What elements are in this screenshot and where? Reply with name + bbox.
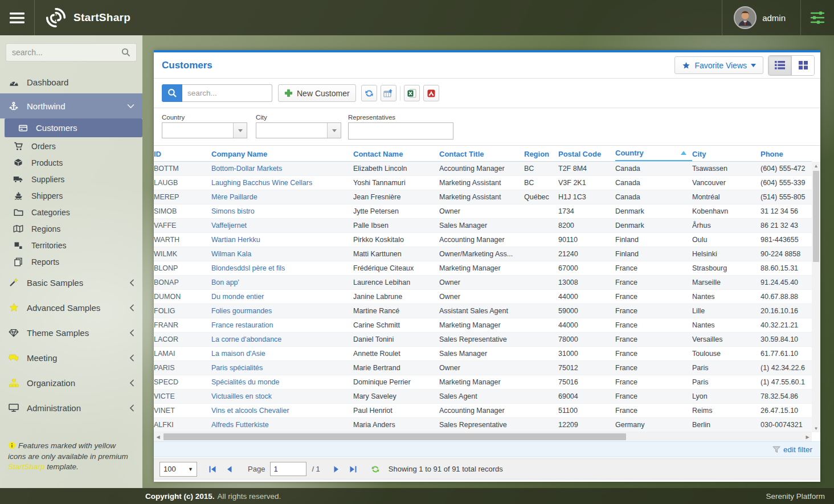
table-row[interactable]: BONAPBon app'Laurence LebihanOwner13008F… xyxy=(154,276,812,290)
representatives-input[interactable] xyxy=(348,122,453,140)
scroll-down-icon[interactable]: ▼ xyxy=(812,424,820,432)
export-excel-button[interactable] xyxy=(404,85,420,101)
edit-filter-link[interactable]: edit filter xyxy=(783,445,812,454)
refresh-button[interactable] xyxy=(361,85,377,101)
grid-header-company-name[interactable]: Company Name xyxy=(211,146,353,162)
sidebar-item-categories[interactable]: Categories xyxy=(0,204,142,220)
previous-page-icon[interactable] xyxy=(223,466,235,473)
company-link[interactable]: Simons bistro xyxy=(211,207,255,215)
grid-header-postal-code[interactable]: Postal Code xyxy=(558,146,615,162)
hamburger-menu-icon[interactable] xyxy=(0,0,34,35)
grid-view-button[interactable] xyxy=(791,56,814,75)
table-row[interactable]: WILMKWilman KalaMatti KarttunenOwner/Mar… xyxy=(154,247,812,261)
table-row[interactable]: FRANRFrance restaurationCarine SchmittMa… xyxy=(154,318,812,333)
company-link[interactable]: La maison d'Asie xyxy=(211,350,265,358)
sidebar-item-regions[interactable]: Regions xyxy=(0,220,142,237)
sidebar-item-customers[interactable]: Customers xyxy=(5,118,142,137)
table-row[interactable]: LACORLa corne d'abondanceDaniel ToniniSa… xyxy=(154,333,812,347)
table-row[interactable]: DUMONDu monde entierJanine LabruneOwner4… xyxy=(154,290,812,304)
export-pdf-button[interactable] xyxy=(423,85,439,101)
table-row[interactable]: SPECDSpécialités du mondeDominique Perri… xyxy=(154,375,812,390)
sidebar-item-territories[interactable]: Territories xyxy=(0,237,142,253)
company-link[interactable]: Blondesddsl père et fils xyxy=(211,264,285,272)
company-link[interactable]: Laughing Bacchus Wine Cellars xyxy=(211,179,312,187)
sidebar-item-suppliers[interactable]: Suppliers xyxy=(0,171,142,187)
sidebar-item-reports[interactable]: Reports xyxy=(0,253,142,270)
company-link[interactable]: Bon app' xyxy=(211,278,239,286)
company-link[interactable]: Alfreds Futterkiste xyxy=(211,421,269,429)
page-size-select[interactable]: 100 ▼ xyxy=(160,462,197,477)
grid-search-input[interactable] xyxy=(182,84,272,102)
table-row[interactable]: SIMOBSimons bistroJytte PetersenOwner173… xyxy=(154,204,812,219)
favorite-views-button[interactable]: Favorite Views xyxy=(674,56,763,74)
brand[interactable]: StartSharp xyxy=(45,7,130,28)
company-link[interactable]: Folies gourmandes xyxy=(211,307,272,315)
next-page-icon[interactable] xyxy=(331,466,342,473)
scroll-left-icon[interactable]: ◀ xyxy=(154,433,162,441)
table-row[interactable]: WARTHWartian HerkkuPirkko KoskitaloAccou… xyxy=(154,233,812,247)
scroll-right-icon[interactable]: ▶ xyxy=(803,433,812,441)
grid-header-city[interactable]: City xyxy=(692,146,761,162)
sidebar-item-organization[interactable]: Organization xyxy=(0,370,142,395)
sidebar-item-products[interactable]: Products xyxy=(0,154,142,171)
table-row[interactable]: BOTTMBottom-Dollar MarketsElizabeth Linc… xyxy=(154,162,812,176)
grid-header-contact-title[interactable]: Contact Title xyxy=(439,146,524,162)
sidebar-item-northwind[interactable]: Northwind xyxy=(0,93,142,118)
country-select[interactable] xyxy=(162,122,247,138)
username-label[interactable]: admin xyxy=(762,13,786,23)
table-row[interactable]: VICTEVictuailles en stockMary SaveleySal… xyxy=(154,390,812,404)
new-customer-button[interactable]: New Customer xyxy=(278,84,356,102)
list-view-button[interactable] xyxy=(768,56,791,75)
table-row[interactable]: LAUGBLaughing Bacchus Wine CellarsYoshi … xyxy=(154,176,812,190)
grid-header-contact-name[interactable]: Contact Name xyxy=(353,146,439,162)
grid-header-region[interactable]: Region xyxy=(524,146,558,162)
sidebar-item-shippers[interactable]: Shippers xyxy=(0,187,142,204)
sidebar-search-box[interactable] xyxy=(6,43,137,62)
company-link[interactable]: Wartian Herkku xyxy=(211,236,260,244)
search-button[interactable] xyxy=(162,84,182,102)
vertical-scroll-thumb[interactable] xyxy=(813,171,819,262)
company-link[interactable]: Bottom-Dollar Markets xyxy=(211,165,282,173)
company-link[interactable]: Paris spécialités xyxy=(211,364,263,372)
sidebar-item-orders[interactable]: Orders xyxy=(0,138,142,154)
table-row[interactable]: BLONPBlondesddsl père et filsFrédérique … xyxy=(154,261,812,276)
company-link[interactable]: Spécialités du monde xyxy=(211,378,280,386)
last-page-icon[interactable] xyxy=(348,466,359,473)
vertical-scrollbar[interactable]: ▲ ▼ xyxy=(812,162,820,432)
sidebar-item-advanced-samples[interactable]: Advanced Samples xyxy=(0,295,142,320)
pager-refresh-icon[interactable] xyxy=(370,465,381,474)
grid-header-country[interactable]: Country xyxy=(615,146,692,162)
table-row[interactable]: FOLIGFolies gourmandesMartine RancéAssis… xyxy=(154,304,812,318)
table-row[interactable]: ALFKIAlfreds FutterkisteMaria AndersSale… xyxy=(154,418,812,432)
company-link[interactable]: France restauration xyxy=(211,321,273,329)
sidebar-item-dashboard[interactable]: Dashboard xyxy=(0,71,142,93)
company-link[interactable]: Victuailles en stock xyxy=(211,392,272,400)
company-link[interactable]: Vins et alcools Chevalier xyxy=(211,407,289,415)
user-avatar[interactable] xyxy=(734,6,757,29)
company-link[interactable]: Du monde entier xyxy=(211,293,264,301)
page-number-input[interactable] xyxy=(270,462,306,476)
company-link[interactable]: La corne d'abondance xyxy=(211,335,281,343)
sidebar-item-meeting[interactable]: Meeting xyxy=(0,345,142,370)
grid-header-id[interactable]: ID xyxy=(154,146,211,162)
table-row[interactable]: VAFFEVaffeljernetPalle IbsenSales Manage… xyxy=(154,219,812,233)
company-link[interactable]: Wilman Kala xyxy=(211,250,251,258)
table-row[interactable]: VINETVins et alcools ChevalierPaul Henri… xyxy=(154,404,812,418)
first-page-icon[interactable] xyxy=(207,466,218,473)
settings-sliders-icon[interactable] xyxy=(801,0,834,35)
table-row[interactable]: PARISParis spécialitésMarie BertrandOwne… xyxy=(154,361,812,375)
horizontal-scrollbar[interactable]: ◀ ▶ xyxy=(154,432,812,441)
table-row[interactable]: LAMAILa maison d'AsieAnnette RouletSales… xyxy=(154,347,812,361)
horizontal-scroll-thumb[interactable] xyxy=(163,433,626,440)
column-picker-button[interactable] xyxy=(381,85,396,101)
sidebar-item-basic-samples[interactable]: Basic Samples xyxy=(0,270,142,295)
grid-header-phone[interactable]: Phone xyxy=(761,146,808,162)
sidebar-search-input[interactable] xyxy=(12,48,121,57)
sidebar-item-theme-samples[interactable]: Theme Samples xyxy=(0,320,142,345)
scroll-up-icon[interactable]: ▲ xyxy=(812,162,820,170)
company-link[interactable]: Mère Paillarde xyxy=(211,193,257,201)
city-select[interactable] xyxy=(256,122,341,138)
sidebar-item-administration[interactable]: Administration xyxy=(0,395,142,420)
table-row[interactable]: MEREPMère PaillardeJean FresnièreMarketi… xyxy=(154,190,812,204)
company-link[interactable]: Vaffeljernet xyxy=(211,222,247,230)
